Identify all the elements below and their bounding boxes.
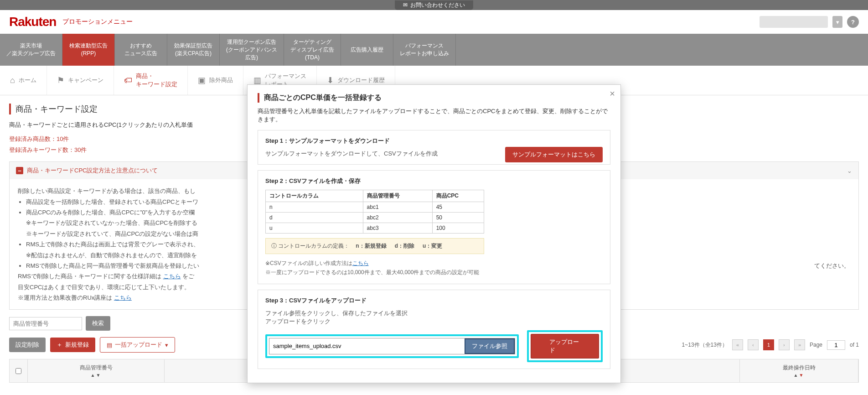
subnav-campaign[interactable]: ⚑キャンペーン xyxy=(47,66,114,95)
subnav-exclude[interactable]: ▣除外商品 xyxy=(188,66,243,95)
delete-settings-button[interactable]: 設定削除 xyxy=(9,338,46,352)
brand-subtitle: プロモーションメニュー xyxy=(62,18,133,26)
main-tab-1[interactable]: 検索連動型広告(RPP) xyxy=(62,34,115,66)
main-tab-7[interactable]: パフォーマンスレポートお申し込み xyxy=(393,34,456,66)
search-button[interactable]: 検索 xyxy=(86,316,110,331)
rux-link[interactable]: こちら xyxy=(114,294,132,301)
csv-guide-link[interactable]: こちら xyxy=(352,260,369,266)
csv-sample-table: コントロールカラム商品管理番号商品CPC nabc145 dabc250 uab… xyxy=(265,190,484,234)
tag-icon: 🏷 xyxy=(124,76,132,85)
pager-first[interactable]: « xyxy=(732,339,743,350)
subnav-home[interactable]: ⌂ホーム xyxy=(0,66,47,95)
modal-description: 商品管理番号と入札単価を記載したファイルをアップロードすることで、商品ごとのCP… xyxy=(258,107,610,124)
file-browse-button[interactable]: ファイル参照 xyxy=(465,338,515,354)
pager-page-1[interactable]: 1 xyxy=(763,339,774,350)
main-tab-5[interactable]: ターゲティングディスプレイ広告(TDA) xyxy=(284,34,341,66)
select-all-checkbox[interactable] xyxy=(16,368,21,374)
csv-icon: ▤ xyxy=(107,342,112,348)
main-tab-6[interactable]: 広告購入履歴 xyxy=(341,34,393,66)
main-tab-4[interactable]: 運用型クーポン広告(クーポンアドバンス広告) xyxy=(220,34,284,66)
product-id-search-input[interactable] xyxy=(9,317,82,330)
flag-icon: ⚑ xyxy=(57,75,64,85)
pager-next[interactable]: › xyxy=(779,339,790,350)
close-icon[interactable]: × xyxy=(610,88,615,99)
plus-icon: ＋ xyxy=(57,341,62,349)
box-icon: ▣ xyxy=(198,75,206,85)
main-tab-3[interactable]: 効果保証型広告(楽天CPA広告) xyxy=(167,34,220,66)
subnav-product-keyword[interactable]: 🏷商品・ キーワード設定 xyxy=(114,66,188,95)
sort-icon: ▲▼ xyxy=(794,373,805,378)
col-last-operated[interactable]: 最終操作日時 ▲▼ xyxy=(740,359,858,382)
chevron-down-icon: ▾ xyxy=(165,342,168,348)
upload-button[interactable]: アップロード xyxy=(531,334,599,359)
main-tab-2[interactable]: おすすめニュース広告 xyxy=(115,34,167,66)
step-1: Step 1：サンプルフォーマットをダウンロード サンプルフォーマットをダウンロ… xyxy=(258,130,610,165)
minus-icon: − xyxy=(16,167,23,174)
mail-icon: ✉ xyxy=(403,2,408,8)
file-path-input[interactable] xyxy=(269,340,465,352)
file-input-highlight: ファイル参照 xyxy=(265,334,519,358)
help-icon[interactable]: ? xyxy=(847,16,859,28)
brand-logo: Rakuten xyxy=(9,15,56,29)
upload-button-highlight: アップロード xyxy=(527,330,603,362)
account-dropdown[interactable]: ▾ xyxy=(832,16,842,28)
bulk-upload-button[interactable]: ▤一括アップロード▾ xyxy=(100,337,175,353)
accordion-title: 商品・キーワードCPC設定方法と注意点について xyxy=(27,166,158,175)
range-text: 1~13件（全13件） xyxy=(682,341,728,349)
page-of: of 1 xyxy=(850,342,859,348)
page-input[interactable] xyxy=(827,340,845,350)
pager-last[interactable]: » xyxy=(794,339,805,350)
page-label: Page xyxy=(810,342,822,348)
home-icon: ⌂ xyxy=(10,76,15,85)
contact-button[interactable]: ✉ お問い合わせください xyxy=(395,0,473,10)
sample-format-button[interactable]: サンプルフォーマットはこちら xyxy=(505,147,603,162)
main-tab-0[interactable]: 楽天市場／楽天グループ広告 xyxy=(0,34,62,66)
control-column-legend: ⓘ コントロールカラムの定義： n：新規登録 d：削除 u：変更 xyxy=(265,238,484,254)
col-product-id[interactable]: 商品管理番号 ▲▼ xyxy=(28,359,165,382)
modal-title: 商品ごとのCPC単価を一括登録する xyxy=(258,93,610,103)
bulk-upload-modal: × 商品ごとのCPC単価を一括登録する 商品管理番号と入札単価を記載したファイル… xyxy=(247,84,621,383)
sort-icon: ▲▼ xyxy=(91,373,102,378)
step-2: Step 2：CSVファイルを作成・保存 コントロールカラム商品管理番号商品CP… xyxy=(258,170,610,284)
chevron-down-icon: ⌄ xyxy=(847,167,852,174)
account-box[interactable] xyxy=(760,16,828,28)
step-3: Step 3：CSVファイルをアップロード ファイル参照をクリックし、保存したフ… xyxy=(258,290,610,369)
info-icon: ⓘ xyxy=(271,243,277,249)
main-nav: 楽天市場／楽天グループ広告検索連動型広告(RPP)おすすめニュース広告効果保証型… xyxy=(0,34,868,66)
pager-prev[interactable]: ‹ xyxy=(748,339,759,350)
chevron-down-icon: ▾ xyxy=(836,19,839,26)
new-register-button[interactable]: ＋新規登録 xyxy=(50,338,95,352)
contact-label: お問い合わせください xyxy=(410,1,465,9)
spec-link[interactable]: こちら xyxy=(163,273,181,280)
